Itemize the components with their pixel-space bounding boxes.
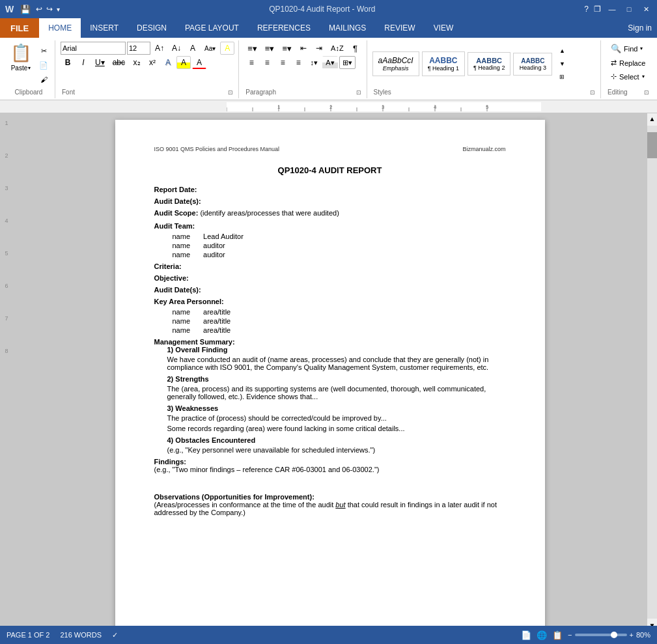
- paragraph-dialog-btn[interactable]: ⊡: [356, 89, 361, 96]
- style-heading3[interactable]: AABBC Heading 3: [513, 53, 552, 76]
- close-btn[interactable]: ✕: [640, 3, 652, 15]
- align-justify-btn[interactable]: ≡: [291, 56, 305, 69]
- signin-btn[interactable]: Sign in: [628, 18, 657, 38]
- numbering-btn[interactable]: ≡▾: [262, 42, 278, 55]
- help-icon[interactable]: ?: [584, 5, 589, 14]
- font-size-input[interactable]: 12: [127, 42, 150, 55]
- styles-scroll-up[interactable]: ▲: [555, 44, 569, 57]
- tab-view[interactable]: VIEW: [425, 18, 463, 38]
- document-page[interactable]: ISO 9001 QMS Policies and Procedures Man…: [115, 120, 545, 631]
- align-left-btn[interactable]: ≡: [244, 56, 259, 69]
- clear-format-btn[interactable]: A: [186, 42, 200, 55]
- find-btn[interactable]: 🔍 Find ▾: [606, 42, 647, 55]
- report-date-label: Report Date:: [154, 186, 197, 193]
- tab-design[interactable]: DESIGN: [128, 18, 176, 38]
- find-icon: 🔍: [611, 44, 621, 53]
- redo-btn[interactable]: ↪: [46, 5, 53, 14]
- zoom-out-btn[interactable]: −: [568, 631, 572, 639]
- undo-btn[interactable]: ↩: [36, 5, 42, 14]
- increase-indent-btn[interactable]: ⇥: [312, 42, 326, 55]
- zoom-in-btn[interactable]: +: [630, 631, 634, 639]
- decrease-indent-btn[interactable]: ⇤: [296, 42, 311, 55]
- paste-dropdown[interactable]: ▾: [28, 65, 31, 71]
- audit-scope-text: (identify areas/processes that were audi…: [200, 209, 339, 217]
- font-dialog-btn[interactable]: ⊡: [228, 89, 233, 96]
- key-area-section: Key Area Personnel: namearea/title namea…: [154, 298, 506, 334]
- highlight-btn[interactable]: A: [220, 42, 234, 55]
- tab-page-layout[interactable]: PAGE LAYOUT: [176, 18, 248, 38]
- weaknesses-body2: Some records regarding (area) were found…: [167, 425, 506, 432]
- proofing-icon[interactable]: ✓: [112, 631, 118, 639]
- view-print-btn[interactable]: 📄: [521, 630, 531, 640]
- replace-btn[interactable]: ⇄ Replace: [606, 57, 650, 69]
- document-area: ISO 9001 QMS Policies and Procedures Man…: [13, 113, 647, 631]
- style-heading1[interactable]: AABBC ¶ Heading 1: [422, 51, 465, 76]
- tab-insert[interactable]: INSERT: [81, 18, 128, 38]
- zoom-track[interactable]: [575, 634, 627, 636]
- strikethrough-btn[interactable]: abc: [109, 56, 128, 69]
- decrease-font-btn[interactable]: A↓: [169, 42, 184, 55]
- title-bar-title: QP1020-4 Audit Report - Word: [60, 5, 584, 14]
- mgmt-summary-section: Management Summary: 1) Overall Finding W…: [154, 338, 506, 454]
- title-bar: W 💾 ↩ ↪ ▾ QP1020-4 Audit Report - Word ?…: [0, 0, 657, 18]
- align-right-btn[interactable]: ≡: [275, 56, 290, 69]
- key-area-label: Key Area Personnel:: [154, 298, 506, 305]
- maximize-btn[interactable]: □: [623, 3, 635, 15]
- borders-btn[interactable]: ⊞▾: [339, 56, 356, 69]
- paste-btn[interactable]: 📋: [7, 42, 35, 64]
- change-case-btn[interactable]: Aa▾: [201, 42, 219, 55]
- underline-btn[interactable]: U▾: [92, 56, 108, 69]
- audit-dates-label: Audit Date(s):: [154, 197, 201, 205]
- style-emphasis[interactable]: aAaBbCcI Emphasis: [372, 51, 419, 76]
- multilevel-btn[interactable]: ≡▾: [279, 42, 295, 55]
- file-tab[interactable]: FILE: [0, 18, 39, 38]
- cut-btn[interactable]: ✂: [36, 44, 51, 57]
- overall-finding-section: 1) Overall Finding We have conducted an …: [167, 346, 506, 371]
- replace-icon: ⇄: [611, 59, 617, 67]
- scroll-up-btn[interactable]: ▲: [647, 113, 657, 124]
- styles-content: aAaBbCcI Emphasis AABBC ¶ Heading 1 AABB…: [372, 40, 596, 87]
- style-heading2[interactable]: AABBC ¶ Heading 2: [468, 52, 510, 76]
- svg-text:5: 5: [486, 104, 489, 110]
- show-marks-btn[interactable]: ¶: [348, 42, 363, 55]
- bullets-btn[interactable]: ≡▾: [244, 42, 260, 55]
- superscript-btn[interactable]: x²: [145, 56, 160, 69]
- tab-references[interactable]: REFERENCES: [248, 18, 320, 38]
- increase-font-btn[interactable]: A↑: [152, 42, 167, 55]
- word-icon: W: [5, 4, 14, 14]
- font-color-btn[interactable]: A: [192, 56, 206, 69]
- find-dropdown-icon: ▾: [640, 46, 643, 51]
- sort-btn[interactable]: A↕Z: [328, 42, 347, 55]
- view-outline-btn[interactable]: 📋: [552, 630, 563, 640]
- styles-dialog-btn[interactable]: ⊡: [590, 89, 595, 96]
- restore-btn[interactable]: ❐: [594, 5, 601, 14]
- title-bar-left: W 💾 ↩ ↪ ▾: [5, 4, 60, 14]
- italic-btn[interactable]: I: [76, 56, 91, 69]
- scroll-track[interactable]: [647, 126, 657, 619]
- shading-btn[interactable]: A▾: [322, 56, 337, 69]
- tab-mailings[interactable]: MAILINGS: [320, 18, 375, 38]
- bold-btn[interactable]: B: [61, 56, 75, 69]
- select-btn[interactable]: ⊹ Select ▾: [606, 70, 649, 83]
- scroll-thumb[interactable]: [647, 132, 657, 158]
- subscript-btn[interactable]: x₂: [130, 56, 144, 69]
- svg-text:1: 1: [277, 104, 281, 110]
- align-center-btn[interactable]: ≡: [260, 56, 274, 69]
- editing-expand[interactable]: ⊡: [644, 89, 649, 96]
- quick-save[interactable]: 💾: [20, 5, 31, 14]
- font-name-input[interactable]: Arial: [61, 42, 126, 55]
- format-painter-btn[interactable]: 🖌: [36, 73, 51, 86]
- scrollbar[interactable]: ▲ ▼: [647, 113, 657, 631]
- tab-review[interactable]: REVIEW: [375, 18, 424, 38]
- view-web-btn[interactable]: 🌐: [537, 630, 547, 640]
- styles-expand[interactable]: ⊞: [555, 70, 569, 83]
- line-spacing-btn[interactable]: ↕▾: [307, 56, 321, 69]
- obstacles-body: (e.g., "Key personnel were unavailable f…: [167, 446, 506, 454]
- copy-btn[interactable]: 📄: [36, 59, 51, 72]
- minimize-btn[interactable]: —: [606, 3, 618, 15]
- text-effects-btn[interactable]: A: [161, 56, 175, 69]
- styles-scroll-down[interactable]: ▼: [555, 57, 569, 70]
- select-dropdown-icon: ▾: [642, 74, 645, 79]
- tab-home[interactable]: HOME: [39, 18, 81, 38]
- text-highlight-color-btn[interactable]: A: [176, 56, 191, 69]
